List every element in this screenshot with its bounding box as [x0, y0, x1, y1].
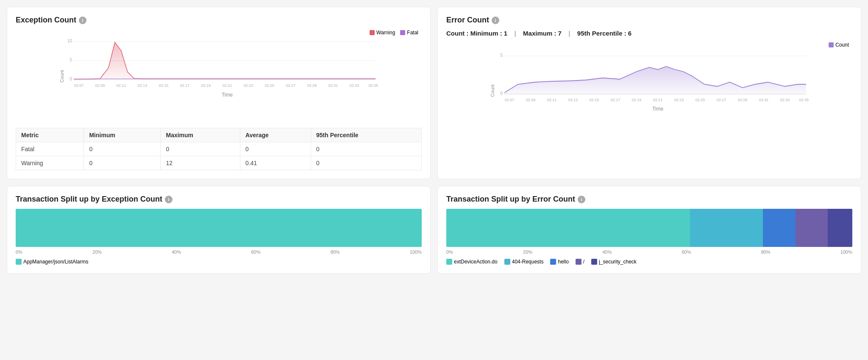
- stats-pct-val: 6: [628, 30, 632, 37]
- error-bar-track: [446, 209, 852, 247]
- svg-text:02:11: 02:11: [547, 98, 557, 102]
- main-grid: Exception Count i Warning Fatal Count 10…: [7, 7, 861, 274]
- legend-appmanager: AppManager/json/ListAlarms: [16, 259, 88, 265]
- svg-text:02:17: 02:17: [611, 98, 620, 102]
- legend-ext-label: extDeviceAction.do: [454, 259, 498, 265]
- exception-count-title: Exception Count i: [16, 16, 422, 25]
- exception-split-title: Transaction Split up by Exception Count …: [16, 195, 422, 204]
- axis-60pct: 60%: [251, 249, 260, 255]
- stats-sep0: :: [467, 30, 470, 37]
- svg-text:02:25: 02:25: [696, 98, 705, 102]
- legend-404: 404-Requests: [504, 259, 544, 265]
- svg-text:02:23: 02:23: [674, 98, 684, 102]
- axis-20pct: 20%: [92, 249, 102, 255]
- svg-text:10: 10: [67, 39, 72, 43]
- table-row: Fatal0000: [16, 142, 422, 156]
- svg-text:0: 0: [500, 91, 503, 96]
- table-cell: 12: [161, 156, 240, 170]
- error-bar-segment-1: [690, 209, 763, 247]
- exception-count-legend: Warning Fatal: [370, 30, 418, 36]
- error-split-title: Transaction Split up by Error Count i: [446, 195, 852, 204]
- error-split-title-text: Transaction Split up by Error Count: [446, 195, 575, 204]
- svg-text:Time: Time: [222, 92, 233, 98]
- svg-text:Time: Time: [652, 106, 664, 112]
- svg-text:02:23: 02:23: [244, 83, 253, 88]
- error-split-legend: extDeviceAction.do 404-Requests hello / …: [446, 259, 852, 265]
- legend-slash-label: /: [583, 259, 584, 265]
- error-axis-80pct: 80%: [761, 249, 771, 255]
- error-bar-segment-0: [446, 209, 690, 247]
- table-cell: 0: [311, 142, 422, 156]
- legend-appmanager-color: [16, 259, 22, 265]
- legend-hello-color: [550, 259, 556, 265]
- error-bar-segment-3: [796, 209, 828, 247]
- legend-slash: /: [576, 259, 584, 265]
- stats-min-label: Minimum :: [470, 30, 504, 37]
- exception-count-info-icon[interactable]: i: [79, 17, 86, 24]
- table-cell: 0: [84, 156, 161, 170]
- legend-appmanager-label: AppManager/json/ListAlarms: [23, 259, 88, 265]
- error-count-card: Error Count i Count : Minimum : 1 | Maxi…: [437, 7, 861, 179]
- stats-max-val: 7: [558, 30, 562, 37]
- legend-fatal-color: [400, 30, 405, 35]
- svg-text:02:19: 02:19: [201, 83, 211, 88]
- legend-warning: Warning: [370, 30, 395, 36]
- error-axis-60pct: 60%: [682, 249, 691, 255]
- error-bar-segment-4: [828, 209, 852, 247]
- error-count-legend: Count: [829, 42, 849, 48]
- exception-count-chart: Warning Fatal Count 10 5 0: [16, 30, 422, 123]
- svg-text:02:27: 02:27: [286, 83, 296, 88]
- table-cell: 0: [240, 142, 311, 156]
- svg-text:02:07: 02:07: [505, 98, 515, 102]
- svg-text:02:19: 02:19: [632, 98, 642, 102]
- exception-count-title-text: Exception Count: [16, 16, 76, 25]
- axis-0pct: 0%: [16, 249, 22, 255]
- legend-ext-color: [446, 259, 452, 265]
- error-split-info-icon[interactable]: i: [578, 196, 585, 203]
- error-axis-100pct: 100%: [840, 249, 852, 255]
- error-count-info-icon[interactable]: i: [492, 17, 499, 24]
- error-split-card: Transaction Split up by Error Count i 0%…: [437, 186, 861, 274]
- exception-split-card: Transaction Split up by Exception Count …: [7, 186, 431, 274]
- exception-split-title-text: Transaction Split up by Exception Count: [16, 195, 162, 204]
- svg-text:02:11: 02:11: [117, 83, 126, 88]
- exception-bar-segment-0: [16, 209, 422, 247]
- svg-text:5: 5: [70, 58, 72, 62]
- svg-text:02:07: 02:07: [74, 83, 84, 88]
- svg-text:02:29: 02:29: [738, 98, 748, 102]
- error-svg-chart: Count 5 0 02:07 02:09 02:11 02:13 02:15 …: [446, 42, 852, 135]
- col-average: Average: [240, 128, 311, 142]
- legend-security: j_security_check: [591, 259, 637, 265]
- svg-text:02:35: 02:35: [799, 98, 809, 102]
- error-count-title-text: Error Count: [446, 16, 489, 25]
- exception-split-info-icon[interactable]: i: [165, 196, 172, 203]
- table-cell: Fatal: [16, 142, 84, 156]
- table-cell: 0: [84, 142, 161, 156]
- svg-text:02:09: 02:09: [526, 98, 536, 102]
- legend-hello: hello: [550, 259, 568, 265]
- svg-text:02:25: 02:25: [265, 83, 275, 88]
- error-axis-0pct: 0%: [446, 249, 453, 255]
- exception-split-legend: AppManager/json/ListAlarms: [16, 259, 422, 265]
- legend-security-label: j_security_check: [599, 259, 637, 265]
- stats-max-label: Maximum :: [523, 30, 558, 37]
- table-row: Warning0120.410: [16, 156, 422, 170]
- error-count-title: Error Count i: [446, 16, 852, 25]
- legend-warning-color: [370, 30, 375, 35]
- svg-text:02:33: 02:33: [350, 83, 359, 88]
- legend-hello-label: hello: [558, 259, 568, 265]
- error-split-chart: 0% 20% 40% 60% 80% 100% extDeviceAction.…: [446, 209, 852, 265]
- axis-40pct: 40%: [172, 249, 181, 255]
- col-percentile: 95th Percentile: [311, 128, 422, 142]
- stats-sep2: |: [567, 30, 574, 37]
- stats-pct-label: 95th Percentile :: [577, 30, 628, 37]
- stats-min-val: 1: [504, 30, 507, 37]
- error-axis-20pct: 20%: [523, 249, 532, 255]
- svg-text:0: 0: [70, 77, 72, 81]
- error-count-stats: Count : Minimum : 1 | Maximum : 7 | 95th…: [446, 30, 852, 37]
- svg-text:5: 5: [500, 53, 503, 58]
- legend-fatal: Fatal: [400, 30, 418, 36]
- legend-slash-color: [576, 259, 581, 265]
- stats-count-label: Count: [446, 30, 465, 37]
- axis-80pct: 80%: [331, 249, 340, 255]
